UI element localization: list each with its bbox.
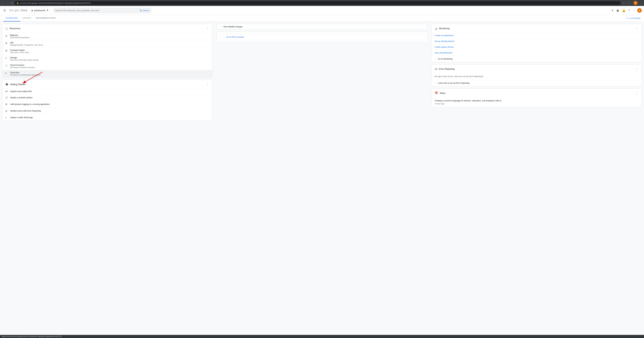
search-bar[interactable]: 🔍 Search bbox=[53, 8, 152, 13]
reload-button[interactable]: ↻ bbox=[10, 1, 14, 5]
error-reporting-more-button[interactable]: ⋮ bbox=[635, 67, 639, 71]
cloud-functions-item[interactable]: ⬡ Cloud Functions Event-driven serverles… bbox=[2, 62, 212, 70]
notifications-button[interactable]: 🔔 bbox=[621, 8, 627, 13]
bigquery-item[interactable]: ◎ BigQuery Data warehouse/analytics bbox=[2, 32, 212, 40]
back-button[interactable]: ← bbox=[2, 1, 5, 5]
forward-button[interactable]: → bbox=[6, 1, 9, 5]
profile-avatar[interactable]: D bbox=[634, 1, 638, 5]
error-reporting-icon: API bbox=[434, 68, 438, 70]
customize-button[interactable]: ✎ CUSTOMIZE bbox=[627, 17, 640, 19]
project-icon: ◑ bbox=[31, 9, 33, 12]
dynamic-logging-item[interactable]: ⊕ Add dynamic logging to a running appli… bbox=[2, 101, 212, 108]
monitor-errors-item[interactable]: ◎ Monitor errors with Error Reporting bbox=[2, 108, 212, 114]
resources-card-header: ▢ Resources ⋮ bbox=[2, 24, 212, 32]
dynamic-logging-icon: ⊕ bbox=[5, 103, 8, 106]
view-charges-arrow: → bbox=[220, 26, 222, 28]
news-title: News bbox=[440, 92, 446, 94]
storage-item[interactable]: ≡ Storage Multi-class multi-region objec… bbox=[2, 55, 212, 62]
cloud-shell-button[interactable]: ▣ bbox=[615, 8, 620, 13]
monitoring-card-header: 📊 Monitoring ⋮ bbox=[432, 24, 642, 32]
column-right: 📊 Monitoring ⋮ Create my dashboard Set u… bbox=[429, 22, 644, 125]
news-card-header: 📅 News ⋮ bbox=[432, 89, 642, 97]
address-bar[interactable]: 🔒 console.cloud.google.com/home/dashboar… bbox=[14, 1, 620, 5]
nav-drawer-button[interactable]: ☰ bbox=[2, 8, 7, 13]
go-to-monitoring-link[interactable]: → Go to Monitoring bbox=[432, 56, 642, 62]
project-dropdown-icon: ▼ bbox=[46, 9, 49, 12]
bigquery-icon: ◎ bbox=[5, 34, 8, 37]
project-name: gohelloworld bbox=[34, 9, 45, 12]
search-button[interactable]: 🔍 Search bbox=[140, 9, 149, 12]
getting-started-header: 🎓 Getting Started ⋮ bbox=[2, 80, 212, 88]
monitoring-more-button[interactable]: ⋮ bbox=[635, 26, 639, 31]
column-middle: → View detailed charges → Go to APIs ove… bbox=[215, 22, 429, 125]
go-to-monitoring-arrow: → bbox=[434, 58, 436, 60]
error-status-text: No sign of any errors. Have you set up E… bbox=[434, 75, 639, 78]
tabs-bar: DASHBOARD ACTIVITY RECOMMENDATIONS ✎ CUS… bbox=[0, 15, 644, 22]
search-icon: 🔍 bbox=[140, 9, 142, 12]
getting-started-card: 🎓 Getting Started ⋮ API Explore and enab… bbox=[2, 80, 212, 121]
error-reporting-header: API Error Reporting ⋮ bbox=[432, 64, 642, 73]
monitor-errors-icon: ◎ bbox=[5, 109, 8, 112]
user-avatar[interactable]: D bbox=[637, 8, 642, 13]
bookmark-button[interactable]: ☆ bbox=[622, 1, 626, 5]
apis-card: → Go to APIs overview bbox=[217, 32, 427, 42]
cloud-run-icon: » bbox=[5, 72, 8, 74]
extensions-button[interactable]: ⬚ bbox=[626, 1, 630, 5]
getting-started-title: Getting Started bbox=[10, 83, 25, 86]
error-reporting-title: Error Reporting bbox=[439, 68, 454, 70]
getting-started-more-button[interactable]: ⋮ bbox=[206, 82, 210, 87]
tabs-left: DASHBOARD ACTIVITY RECOMMENDATIONS bbox=[4, 15, 58, 22]
monitoring-card: 📊 Monitoring ⋮ Create my dashboard Set u… bbox=[432, 24, 642, 62]
explore-apis-icon: API bbox=[5, 90, 8, 92]
explore-apis-item[interactable]: API Explore and enable APIs bbox=[2, 88, 212, 94]
browser-menu-button[interactable]: ⋮ bbox=[638, 1, 642, 5]
project-selector[interactable]: ◑ gohelloworld ▼ bbox=[30, 8, 50, 13]
compute-engine-icon: ⚙ bbox=[5, 49, 8, 52]
gemini-button[interactable]: ✦ bbox=[610, 8, 615, 13]
view-charges-link[interactable]: → View detailed charges bbox=[217, 24, 427, 29]
customize-icon: ✎ bbox=[627, 17, 628, 19]
header-actions: ✦ ▣ 🔔 ? ⋮ D bbox=[610, 8, 642, 13]
alerting-policies-link[interactable]: Set up alerting policies bbox=[432, 38, 642, 44]
sql-item[interactable]: ⊕ SQL Managed MySQL, PostgreSQL, SQL Ser… bbox=[2, 40, 212, 48]
url-text: console.cloud.google.com/home/dashboard?… bbox=[20, 2, 90, 4]
monitoring-title: Monitoring bbox=[439, 27, 450, 30]
cloud-run-item[interactable]: » Cloud Run Serverless for containerized… bbox=[2, 70, 212, 77]
resources-card: ▢ Resources ⋮ ◎ BigQuery Data warehouse/… bbox=[2, 24, 212, 78]
apis-arrow-icon: → bbox=[223, 36, 225, 38]
news-card: 📅 News ⋮ Creating a common language for … bbox=[432, 88, 642, 107]
error-reporting-card: API Error Reporting ⋮ No sign of any err… bbox=[432, 64, 642, 86]
news-headline: Creating a common language for learners,… bbox=[434, 100, 639, 102]
view-all-dashboards-link[interactable]: View all dashboards bbox=[432, 50, 642, 56]
gcp-header: ☰ Google Cloud ◑ gohelloworld ▼ 🔍 Search… bbox=[0, 6, 644, 15]
main-content: ▢ Resources ⋮ ◎ BigQuery Data warehouse/… bbox=[0, 22, 644, 125]
settings-button[interactable]: ⋮ bbox=[632, 8, 637, 13]
tab-activity[interactable]: ACTIVITY bbox=[20, 15, 34, 22]
resources-title: Resources bbox=[10, 27, 20, 30]
hello-world-item[interactable]: » Deploy a Hello World app bbox=[2, 114, 212, 120]
hello-world-icon: » bbox=[5, 116, 8, 119]
news-time: 16 hours ago bbox=[434, 103, 639, 105]
error-link-arrow: → bbox=[434, 82, 436, 84]
billing-partial-card: → View detailed charges bbox=[217, 24, 427, 29]
go-to-apis-button[interactable]: → Go to APIs overview bbox=[220, 34, 424, 40]
error-setup-link[interactable]: → Learn how to set up Error Reporting bbox=[432, 80, 642, 86]
deploy-solution-item[interactable]: 🛒 Deploy a prebuilt solution bbox=[2, 94, 212, 101]
google-cloud-logo[interactable]: Google Cloud bbox=[9, 9, 27, 12]
create-dashboard-link[interactable]: Create my dashboard bbox=[432, 32, 642, 38]
help-button[interactable]: ? bbox=[627, 8, 631, 13]
uptime-checks-link[interactable]: Create uptime checks bbox=[432, 44, 642, 50]
getting-started-icon: 🎓 bbox=[5, 83, 8, 86]
column-left: ▢ Resources ⋮ ◎ BigQuery Data warehouse/… bbox=[0, 22, 215, 125]
search-input[interactable] bbox=[55, 9, 138, 12]
tab-recommendations[interactable]: RECOMMENDATIONS bbox=[34, 15, 58, 22]
compute-engine-item[interactable]: ⚙ Compute Engine VMs, GPUs, TPUs, Disks bbox=[2, 48, 212, 55]
storage-icon: ≡ bbox=[5, 56, 8, 60]
tab-dashboard[interactable]: DASHBOARD bbox=[4, 15, 20, 22]
sql-icon: ⊕ bbox=[5, 42, 8, 45]
news-icon: 📅 bbox=[434, 92, 438, 95]
deploy-solution-icon: 🛒 bbox=[5, 96, 8, 99]
resources-more-button[interactable]: ⋮ bbox=[206, 26, 210, 31]
monitoring-icon: 📊 bbox=[434, 27, 438, 30]
news-more-button[interactable]: ⋮ bbox=[635, 91, 639, 96]
